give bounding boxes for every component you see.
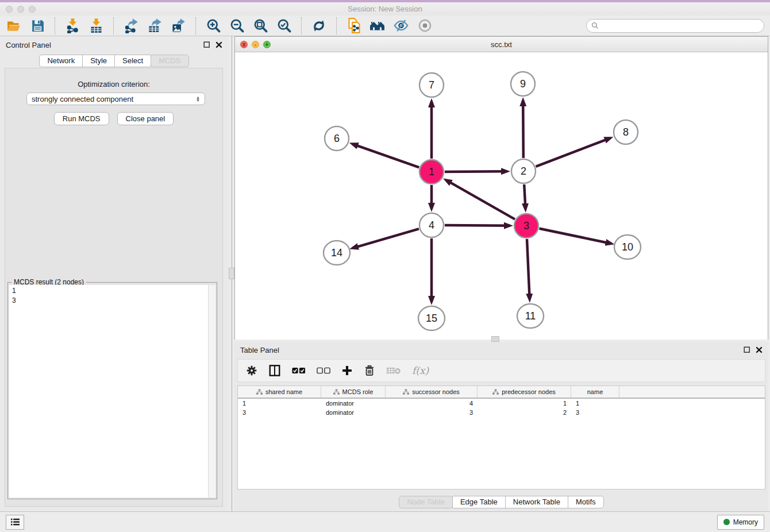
graph-edge-1-6[interactable] <box>352 144 419 168</box>
graph-node-4[interactable]: 4 <box>419 213 444 237</box>
graph-edge-3-1[interactable] <box>446 180 515 219</box>
network-graph-canvas[interactable]: 1234678910111415 <box>235 52 768 340</box>
table-panel-title: Table Panel <box>240 346 279 354</box>
tab-network[interactable]: Network <box>39 55 83 67</box>
task-history-button[interactable] <box>6 515 24 530</box>
graph-node-3[interactable]: 3 <box>514 214 538 238</box>
tab-network-table[interactable]: Network Table <box>505 496 568 508</box>
open-session-button[interactable] <box>6 18 22 34</box>
zoom-selected-button[interactable] <box>276 18 292 34</box>
optimization-select[interactable]: strongly connected component ▲▼ <box>26 92 205 105</box>
column-header-successor-nodes[interactable]: successor nodes <box>386 386 478 398</box>
table-toolbar: f(x) <box>237 359 765 382</box>
graph-edge-4-3[interactable] <box>445 225 510 226</box>
graph-edge-4-14[interactable] <box>353 229 419 248</box>
graph-node-15[interactable]: 15 <box>418 306 445 330</box>
tab-style[interactable]: Style <box>82 55 115 67</box>
run-mcds-button[interactable]: Run MCDS <box>54 112 109 125</box>
tab-mcds[interactable]: MCDS <box>151 55 188 67</box>
hide-graphics-details-button[interactable] <box>393 18 409 34</box>
graph-node-8[interactable]: 8 <box>614 120 638 144</box>
tab-select[interactable]: Select <box>114 55 151 67</box>
tab-motifs[interactable]: Motifs <box>568 496 604 508</box>
cell-name[interactable]: 3 <box>571 409 619 416</box>
mcds-result-group: MCDS result (2 nodes) 1 3 <box>7 282 217 499</box>
mcds-result-area[interactable]: 1 3 <box>9 285 215 498</box>
column-header-MCDS-role[interactable]: MCDS role <box>321 386 386 398</box>
graph-edge-2-8[interactable] <box>536 138 610 166</box>
checked-checkboxes-icon <box>292 367 306 374</box>
network-window-titlebar[interactable]: x - + scc.txt <box>235 37 768 52</box>
show-graphics-details-button[interactable] <box>417 18 433 34</box>
graph-node-1[interactable]: 1 <box>419 160 444 184</box>
svg-text:3: 3 <box>523 220 529 232</box>
search-input[interactable] <box>602 21 759 30</box>
zoom-fit-button[interactable] <box>252 18 268 34</box>
graph-edge-2-3[interactable] <box>524 184 525 209</box>
create-column-button[interactable] <box>341 365 353 376</box>
select-all-columns-button[interactable] <box>292 367 306 374</box>
float-panel-icon[interactable] <box>203 41 210 48</box>
table-row[interactable]: 3dominator323 <box>238 408 765 417</box>
graph-node-7[interactable]: 7 <box>419 73 444 97</box>
zoom-out-button[interactable] <box>229 18 245 34</box>
import-network-button[interactable] <box>64 18 80 34</box>
cell-predecessor-nodes[interactable]: 2 <box>478 409 571 416</box>
save-session-button[interactable] <box>29 18 45 34</box>
refresh-button[interactable] <box>311 18 327 34</box>
graph-edge-3-11[interactable] <box>527 239 530 299</box>
cell-MCDS-role[interactable]: dominator <box>321 409 386 416</box>
export-network-icon <box>124 18 139 33</box>
show-columns-button[interactable] <box>268 364 281 377</box>
cell-shared-name[interactable]: 3 <box>238 409 321 416</box>
tab-edge-table[interactable]: Edge Table <box>452 496 506 508</box>
export-table-button[interactable] <box>147 18 163 34</box>
float-panel-icon[interactable] <box>744 346 750 353</box>
splitter-handle[interactable] <box>229 268 234 279</box>
toolbar-separator <box>301 17 302 34</box>
graph-node-11[interactable]: 11 <box>517 304 544 328</box>
cell-predecessor-nodes[interactable]: 1 <box>478 400 571 407</box>
graph-node-6[interactable]: 6 <box>325 126 349 151</box>
column-header-shared-name[interactable]: shared name <box>238 386 321 398</box>
graph-node-9[interactable]: 9 <box>511 72 535 96</box>
tab-node-table[interactable]: Node Table <box>399 496 453 508</box>
export-network-button[interactable] <box>123 18 139 34</box>
cell-shared-name[interactable]: 1 <box>238 400 321 407</box>
zoom-in-button[interactable] <box>205 18 221 34</box>
table-row[interactable]: 1dominator411 <box>238 399 765 408</box>
cell-MCDS-role[interactable]: dominator <box>321 400 386 407</box>
delete-column-button[interactable] <box>364 365 375 376</box>
search-box[interactable] <box>586 19 764 33</box>
first-neighbors-button[interactable] <box>369 18 386 34</box>
graph-edge-3-10[interactable] <box>540 229 611 244</box>
result-scrollbar[interactable] <box>208 285 215 498</box>
close-panel-icon[interactable] <box>756 346 763 353</box>
main-toolbar <box>0 16 770 36</box>
export-image-icon <box>171 18 186 33</box>
import-table-button[interactable] <box>88 18 104 34</box>
export-image-button[interactable] <box>170 18 186 34</box>
column-header-name[interactable]: name <box>571 386 619 398</box>
graph-node-2[interactable]: 2 <box>511 159 536 183</box>
graph-edge-2-9[interactable] <box>523 101 523 158</box>
memory-button[interactable]: Memory <box>717 515 764 530</box>
column-header-predecessor-nodes[interactable]: predecessor nodes <box>478 386 571 398</box>
panel-splitter[interactable] <box>228 36 234 511</box>
close-panel-button[interactable]: Close panel <box>117 112 174 125</box>
close-panel-icon[interactable] <box>215 41 222 48</box>
search-icon <box>591 22 599 29</box>
clone-network-button[interactable] <box>346 18 362 34</box>
cell-successor-nodes[interactable]: 3 <box>386 409 478 416</box>
window-resize-grip[interactable] <box>491 336 499 342</box>
memory-label: Memory <box>733 518 758 526</box>
deselect-all-columns-button[interactable] <box>317 367 330 374</box>
graph-edge-1-2[interactable] <box>445 171 507 172</box>
node-table[interactable]: shared nameMCDS rolesuccessor nodesprede… <box>237 385 765 489</box>
graph-node-14[interactable]: 14 <box>324 241 350 265</box>
graph-node-10[interactable]: 10 <box>614 235 641 259</box>
main-titlebar: Session: New Session <box>0 2 770 16</box>
cell-successor-nodes[interactable]: 4 <box>386 400 478 407</box>
table-settings-button[interactable] <box>246 365 257 376</box>
cell-name[interactable]: 1 <box>571 400 619 407</box>
